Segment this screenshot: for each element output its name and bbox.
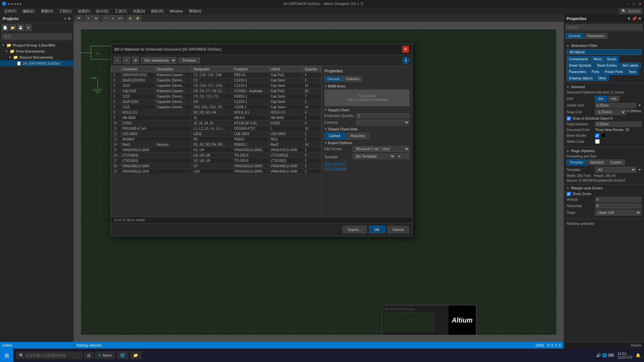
table-row[interactable]: 1 100nF/63V/1012 Polarized Capacit... C1… xyxy=(111,72,321,78)
bus-tool-btn[interactable]: ≡ xyxy=(110,15,116,21)
minimize-button[interactable]: ─ xyxy=(625,1,630,6)
table-row[interactable]: 14 Res3 Resistor R1, R2, R3, R4, R5... R… xyxy=(111,142,321,147)
dialog-close-button[interactable]: ✕ xyxy=(402,46,409,53)
col-quantity[interactable]: Quantity xyxy=(303,66,321,72)
menu-project[interactable]: 工程(C) xyxy=(56,8,74,14)
template-tab[interactable]: Template xyxy=(567,160,586,165)
menu-window[interactable]: Window xyxy=(167,8,185,14)
custom-tab[interactable]: Custom xyxy=(607,160,625,165)
export-button[interactable]: Export... xyxy=(343,226,367,233)
table-row[interactable]: 18 VRA2405LD-20W U7 VRA2415LD-20W1 VRA24… xyxy=(111,164,321,169)
open-file-button[interactable]: 📂 xyxy=(9,24,16,31)
horizontal-input[interactable] xyxy=(595,203,641,208)
sheet-border-checkbox[interactable] xyxy=(595,133,599,138)
drawing-objects-filter-btn[interactable]: Drawing objects xyxy=(567,75,595,81)
taskbar-task-view[interactable]: ⊟ xyxy=(84,352,94,359)
buses-filter-btn[interactable]: Buses xyxy=(605,56,619,62)
table-row[interactable]: 11 PB01608-4.7uH L1, L2, L3, L4, L5, L..… xyxy=(111,126,321,131)
snap-grid-select[interactable]: 0.254mm xyxy=(595,109,626,115)
new-file-button[interactable]: 📄 xyxy=(2,24,8,31)
vertical-input[interactable] xyxy=(595,197,641,202)
ports-filter-btn[interactable]: Ports xyxy=(589,69,602,75)
visible-grid-input[interactable] xyxy=(595,103,636,108)
sidebar-search-input[interactable] xyxy=(2,34,72,40)
tree-item-free-docs[interactable]: ▼ 📁 Free Documents xyxy=(0,48,73,54)
all-objects-button[interactable]: All objects xyxy=(567,49,641,55)
table-row[interactable]: 5 1210 Capacitor (Semic... C3, C6, C13, … xyxy=(111,94,321,99)
wires-filter-btn[interactable]: Wires xyxy=(591,56,604,62)
open-exported-link[interactable]: Open Exported xyxy=(324,167,410,170)
show-zones-checkbox[interactable] xyxy=(567,192,571,196)
menu-place[interactable]: 放置(P) xyxy=(75,8,93,14)
tree-item-schematic-file[interactable]: 📋 24-15POWER.SchDoc xyxy=(0,60,73,66)
menu-view[interactable]: 视图(V) xyxy=(38,8,56,14)
col-description[interactable]: Description xyxy=(154,66,191,72)
table-row[interactable]: 4 Cap Pol3 Polarized Capacit... C4, C5, … xyxy=(111,88,321,94)
sheet-border-color[interactable] xyxy=(601,133,606,138)
template-edit-btn[interactable]: ⋯ xyxy=(404,153,410,159)
table-row[interactable]: 15 VRA2415LD-20W U1, U4 VRA2415LD-20W1 V… xyxy=(111,147,321,153)
tree-item-source-docs[interactable]: ▼ 📁 Source Documents xyxy=(0,54,73,60)
notification-icon[interactable]: 🔔 xyxy=(636,353,641,358)
bom-preview-button[interactable]: Preview xyxy=(178,57,200,63)
bom-table-area[interactable]: Comment Description Designator Footprint… xyxy=(111,66,322,217)
cancel-button[interactable]: Cancel xyxy=(387,226,409,233)
prod-qty-input[interactable] xyxy=(356,113,410,118)
net-labels-filter-btn[interactable]: Net Labels xyxy=(620,63,641,68)
col-libref[interactable]: LibRef xyxy=(268,66,303,72)
standard-tab[interactable]: Standard xyxy=(587,160,607,165)
zoom-tool-btn[interactable]: ⊕ xyxy=(93,15,99,21)
snap-distance-input[interactable] xyxy=(595,122,641,127)
mils-button[interactable]: mils xyxy=(608,96,620,102)
menu-simulate[interactable]: 仿真(S) xyxy=(130,8,148,14)
tab-parameters[interactable]: Parameters xyxy=(584,33,608,39)
taskbar-altium[interactable]: A Altium xyxy=(95,351,115,359)
ok-button[interactable]: OK xyxy=(369,226,385,233)
component-tool-btn[interactable]: ⊞ xyxy=(127,15,133,21)
table-row[interactable]: 3 1210 Capacitor (Semic... C3, C10, C17,… xyxy=(111,83,321,88)
template-select[interactable]: A3 xyxy=(595,167,636,173)
menu-help[interactable]: 帮助(H) xyxy=(186,8,204,14)
col-designator[interactable]: Designator xyxy=(191,66,232,72)
parameters-filter-btn[interactable]: Parameters xyxy=(567,69,589,75)
col-comment[interactable]: Comment xyxy=(120,66,154,72)
table-row[interactable]: 19 VRA2405LD-15W U10 VRA2415LD-20W1 VRA2… xyxy=(111,169,321,174)
template-browse-btn[interactable]: ▼ xyxy=(396,153,402,159)
bom-settings-btn[interactable]: ⚙ xyxy=(132,57,139,64)
menu-design[interactable]: 设计(D) xyxy=(93,8,111,14)
filter-icon[interactable]: ▼ xyxy=(627,16,631,21)
col-num[interactable] xyxy=(111,66,120,72)
table-row[interactable]: 2 10uF/1210/35V Capacitor (Semic... C2 C… xyxy=(111,78,321,83)
currency-select[interactable] xyxy=(356,120,410,125)
bom-general-tab[interactable]: General xyxy=(324,76,342,82)
sidebar-add-icon[interactable]: + xyxy=(64,16,66,21)
power-tool-btn[interactable]: ⚡ xyxy=(134,15,141,21)
close-panel-icon[interactable]: ✕ xyxy=(638,16,641,21)
components-filter-btn[interactable]: Components xyxy=(567,56,590,62)
file-format-select[interactable]: MS-Excel (*.xls, *.xlsx) xyxy=(353,146,410,152)
menu-edit[interactable]: 编辑(E) xyxy=(20,8,38,14)
bom-delete-btn[interactable]: × xyxy=(123,57,130,64)
wire-tool-btn[interactable]: 〰 xyxy=(102,15,109,21)
menu-file[interactable]: 文件(F) xyxy=(2,8,19,14)
other-filter-btn[interactable]: Other xyxy=(596,75,609,81)
table-row[interactable]: 12 LED 0603 LED1 LDE 0603 LED 0603 1 xyxy=(111,131,321,137)
save-button[interactable]: 💾 xyxy=(17,24,24,31)
table-row[interactable]: 17 LT3015EQ U3, U6, U9 TO-263-5 LT3015EQ… xyxy=(111,158,321,164)
settings-button[interactable]: ⚙ xyxy=(25,24,32,31)
bom-info-button[interactable]: ℹ xyxy=(402,57,410,64)
panel-search-input[interactable] xyxy=(566,24,642,30)
snap-electrical-checkbox[interactable] xyxy=(567,116,571,121)
taskbar-search-input[interactable] xyxy=(25,353,79,357)
sheet-entries-filter-btn[interactable]: Sheet Entries xyxy=(594,63,619,68)
maximize-button[interactable]: □ xyxy=(631,1,636,6)
close-button[interactable]: ✕ xyxy=(638,1,642,6)
start-button[interactable]: ⊞ xyxy=(0,349,13,362)
taskbar-explorer[interactable]: 📁 xyxy=(130,351,142,359)
table-row[interactable]: 13 3k/0603 R0 R0603 RES 1 xyxy=(111,137,321,142)
col-footprint[interactable]: Footprint xyxy=(232,66,268,72)
table-row[interactable]: 16 LT1764EQ U2, U5, U8 TO-263-5 LT1764EQ… xyxy=(111,153,321,158)
pin-icon[interactable]: 📌 xyxy=(632,16,637,21)
cached-button[interactable]: Cached xyxy=(324,133,344,139)
menu-tools[interactable]: 工具(T) xyxy=(112,8,129,14)
